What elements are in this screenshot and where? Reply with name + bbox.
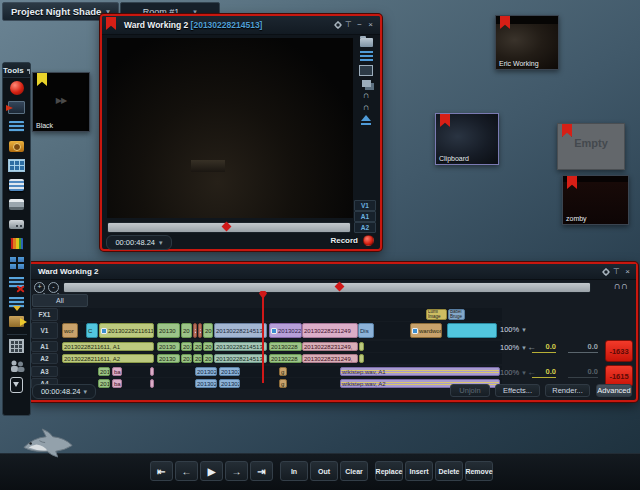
tool-record-icon[interactable] — [5, 78, 29, 98]
lane-a2[interactable]: 20130228211611, A22013020120202013022821… — [60, 353, 502, 364]
monitor-icon[interactable] — [359, 65, 373, 76]
timeline-clip[interactable]: Lumi Image — [426, 309, 447, 320]
timeline-clip[interactable]: 20 — [203, 323, 213, 338]
lane-a3[interactable]: 201ba201302201302gwikistep.wav, A1 — [60, 366, 502, 377]
timeline-clip[interactable] — [359, 342, 364, 351]
tool-calculator-icon[interactable] — [5, 254, 29, 274]
timeline-clip[interactable]: wikistep.wav, A1 — [340, 367, 500, 376]
timeline-clip[interactable]: 20130228211611, A1 — [62, 342, 154, 351]
minimize-icon[interactable]: − — [357, 20, 362, 29]
viewer-timecode[interactable]: 00:00:48.24 ▾ — [106, 235, 172, 250]
timeline-clip[interactable]: 20 — [193, 342, 202, 351]
remove-button[interactable]: Remove — [465, 461, 493, 481]
timeline-clip[interactable]: 201 — [181, 342, 192, 351]
tool-import-icon[interactable] — [5, 98, 29, 118]
timeline-clip[interactable]: 20130228231249, — [302, 342, 358, 351]
timeline-clip[interactable]: ba — [112, 367, 122, 376]
tool-audio-meters-icon[interactable] — [5, 234, 29, 254]
timeline-clip[interactable]: 2 — [198, 323, 202, 338]
a34-level-value[interactable]: 0.0 — [568, 367, 598, 378]
play-button[interactable]: ▶ — [200, 461, 223, 481]
delete-button[interactable]: Delete — [435, 461, 463, 481]
timeline-clip[interactable]: 201 — [98, 379, 110, 388]
timeline-clip[interactable]: 20130 — [157, 342, 180, 351]
timeline-clip[interactable]: 20130228 — [269, 354, 302, 363]
settings-icon[interactable] — [602, 268, 610, 276]
timeline-clip[interactable]: g — [279, 367, 287, 376]
audio-right-icon[interactable]: ∩ — [363, 103, 370, 111]
timeline-clip[interactable]: 201302 — [195, 367, 217, 376]
lane-a1[interactable]: 20130228211611, A12013020120202013022821… — [60, 341, 502, 352]
folder-icon[interactable] — [360, 38, 373, 47]
unjoin-button[interactable]: Unjoin — [450, 384, 490, 397]
tool-export-folder-icon[interactable] — [5, 312, 29, 332]
tile-zomby[interactable]: zomby — [562, 175, 629, 225]
tool-tracks-icon[interactable] — [5, 117, 29, 137]
tool-keypad-icon[interactable] — [5, 337, 29, 357]
tool-tile-view-icon[interactable] — [5, 156, 29, 176]
timeline-clip[interactable]: C — [86, 323, 98, 338]
timeline-clip[interactable] — [359, 354, 364, 363]
mark-out-button[interactable]: Out — [310, 461, 338, 481]
audio-left-icon[interactable]: ∩ — [363, 91, 370, 99]
timeline-clip[interactable]: 20130228214513, — [214, 354, 267, 363]
track-label-fx1[interactable]: FX1 — [31, 308, 58, 321]
v1-gain-control[interactable]: 100% ▾ — [500, 325, 526, 334]
viewer-titlebar[interactable]: Ward Working 2 [20130228214513] ⊤ − × — [102, 16, 380, 35]
replace-button[interactable]: Replace — [375, 461, 403, 481]
tool-stack-icon[interactable] — [5, 176, 29, 196]
copy-icon[interactable] — [362, 80, 371, 87]
tool-device-icon[interactable] — [5, 376, 29, 396]
advanced-button[interactable]: Advanced — [596, 384, 632, 397]
track-label-a3[interactable]: A3 — [31, 366, 58, 377]
list-icon[interactable] — [360, 51, 373, 61]
timeline-clip[interactable]: 20130228214513 — [214, 323, 267, 338]
timeline-clip[interactable]: 201302 — [219, 367, 240, 376]
track-label-v1[interactable]: V1 — [31, 322, 58, 339]
render-button[interactable]: Render... — [545, 384, 590, 397]
timeline-playhead[interactable] — [262, 296, 264, 383]
timeline-clip[interactable] — [150, 379, 154, 388]
playhead-marker[interactable] — [222, 222, 232, 232]
overview-playhead-marker[interactable] — [335, 282, 345, 292]
step-back-button[interactable]: ← — [175, 461, 198, 481]
timeline-clip[interactable] — [447, 323, 497, 338]
timeline-titlebar[interactable]: Ward Working 2 ⊤ × — [30, 264, 636, 280]
playhead-handle[interactable] — [259, 291, 267, 299]
timeline-clip[interactable]: 20 — [203, 342, 213, 351]
settings-icon[interactable] — [334, 21, 342, 29]
close-icon[interactable]: × — [625, 267, 630, 276]
tile-empty[interactable]: Empty — [557, 123, 625, 170]
viewer-track-a2[interactable]: A2 — [354, 222, 376, 233]
tool-timeline-export-icon[interactable] — [5, 293, 29, 313]
go-to-start-button[interactable]: ⇤ — [150, 461, 173, 481]
pin-icon[interactable] — [27, 69, 30, 71]
timeline-clip[interactable]: 201 — [98, 367, 110, 376]
lane-fx1[interactable]: Lumi ImageBabel Bruge — [60, 308, 502, 321]
timeline-clip[interactable]: Babel Bruge — [448, 309, 465, 320]
timeline-clip[interactable]: 20 — [203, 354, 213, 363]
lane-a4[interactable]: 201ba201302201302gwikistep.wav, A2 — [60, 378, 502, 389]
tool-drive-icon[interactable] — [5, 215, 29, 235]
all-tracks-button[interactable]: All — [32, 294, 88, 307]
tool-bin-icon[interactable] — [5, 137, 29, 157]
pin-icon[interactable]: ⊤ — [613, 267, 620, 276]
timeline-clip[interactable]: 20 — [193, 354, 202, 363]
audio-arcs-icon[interactable]: ∩∩ — [614, 280, 628, 291]
zoom-out-icon[interactable]: - — [48, 282, 59, 293]
timeline-clip[interactable]: 201 — [181, 354, 192, 363]
track-label-a1[interactable]: A1 — [31, 341, 58, 352]
export-icon[interactable] — [361, 115, 371, 121]
viewer-track-v1[interactable]: V1 — [354, 200, 376, 211]
timeline-clip[interactable]: 20130228 — [269, 342, 302, 351]
a34-pan-value[interactable]: 0.0 — [532, 367, 556, 378]
timeline-clip[interactable]: 20130228231249, — [302, 354, 358, 363]
a12-pan-value[interactable]: 0.0 — [532, 342, 556, 353]
pin-icon[interactable]: ⊤ — [345, 20, 352, 29]
timeline-overview-bar[interactable] — [63, 282, 591, 293]
a12-gain-control[interactable]: 100% ▾ +– — [500, 343, 534, 352]
timeline-timecode[interactable]: 00:00:48.24 ▾ — [32, 384, 96, 399]
a12-level-value[interactable]: 0.0 — [568, 342, 598, 353]
lane-v1[interactable]: worC201302282116112013020222020130228214… — [60, 322, 502, 339]
timeline-clip[interactable]: g — [279, 379, 287, 388]
